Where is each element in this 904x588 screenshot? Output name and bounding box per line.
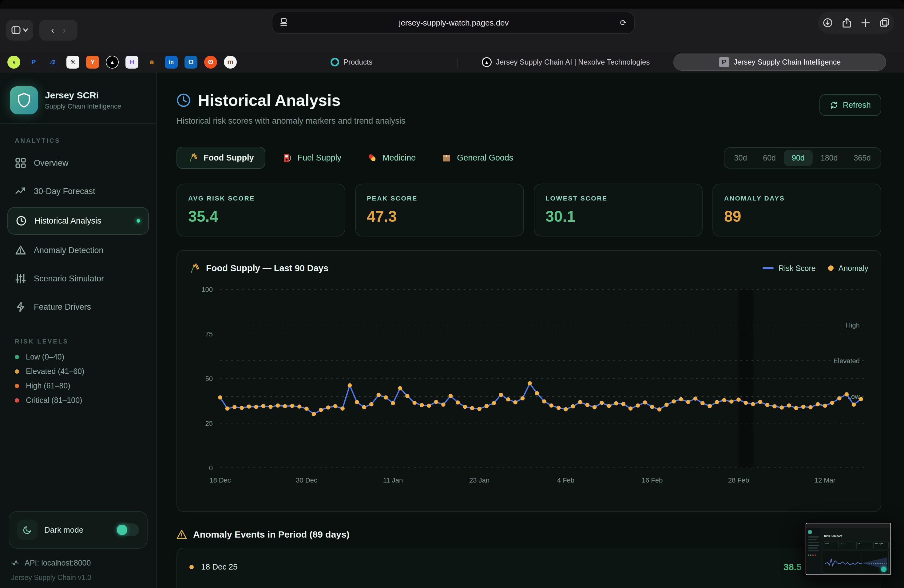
sidebar: Jersey SCRi Supply Chain Intelligence AN… [0, 73, 157, 588]
svg-text:50: 50 [205, 375, 213, 383]
anomaly-event-row[interactable]: 18 Dec 25 38.5 Anomaly [190, 559, 868, 575]
ycombinator-favicon[interactable]: Y [86, 56, 99, 69]
mastodon-favicon[interactable]: m [224, 56, 237, 69]
toggle-knob [117, 525, 127, 535]
sidebar-item-forecast[interactable]: 30-Day Forecast [7, 179, 149, 204]
nexolve-tab-icon: ▲ [482, 57, 492, 67]
svg-text:Elevated: Elevated [833, 357, 860, 365]
high-dot-icon [15, 384, 19, 388]
anomaly-dot-icon [190, 565, 194, 569]
bird-favicon[interactable]: ◖ [7, 56, 20, 69]
dark-mode-label: Dark mode [44, 525, 109, 535]
products-tab-icon [330, 58, 339, 66]
reddit-favicon[interactable]: ʘ [204, 56, 217, 69]
tab-nexolve[interactable]: ▲ Jersey Supply Chain AI | Nexolve Techn… [458, 57, 673, 67]
openai-favicon[interactable]: ✳ [66, 56, 79, 69]
risk-level-low: Low (0–40) [15, 352, 141, 361]
tab-label: Jersey Supply Chain AI | Nexolve Technol… [496, 58, 650, 66]
range-180d[interactable]: 180d [813, 150, 846, 166]
stat-label: PEAK SCORE [367, 194, 512, 202]
range-60d[interactable]: 60d [755, 150, 784, 166]
window-top-strip [0, 0, 904, 9]
analytics-bars-favicon[interactable]: ılı [145, 56, 158, 69]
chart-header: Food Supply — Last 90 Days Risk Score An… [190, 263, 868, 273]
back-button[interactable]: ‹ [51, 25, 54, 35]
risk-level-critical: Critical (81–100) [15, 396, 141, 405]
sidebar-item-feature-drivers[interactable]: Feature Drivers [7, 294, 149, 319]
app-content: Jersey SCRi Supply Chain Intelligence AN… [0, 73, 904, 588]
downloads-icon[interactable] [823, 18, 832, 27]
sidebar-item-label: Historical Analysis [35, 216, 101, 226]
sidebar-item-scenario-simulator[interactable]: Scenario Simulator [7, 266, 149, 291]
page-header: Historical Analysis Historical risk scor… [177, 91, 881, 126]
svg-text:11 Jan: 11 Jan [383, 476, 403, 484]
forward-button[interactable]: › [63, 25, 66, 35]
package-icon [441, 153, 451, 163]
linkedin-favicon[interactable]: in [165, 56, 178, 69]
risk-level-label: High (61–80) [26, 381, 70, 390]
sliders-icon [15, 273, 26, 284]
risk-level-label: Low (0–40) [26, 352, 64, 361]
svg-text:23 Jan: 23 Jan [469, 476, 490, 484]
trend-up-icon [15, 186, 26, 196]
share-icon[interactable] [842, 18, 851, 28]
bolt-favicon[interactable]: ⁄1 [47, 56, 60, 69]
activity-icon [11, 559, 19, 567]
refresh-button[interactable]: Refresh [819, 94, 881, 116]
line-swatch-icon [763, 267, 774, 269]
stat-lowest-score: LOWEST SCORE 30.1 [534, 183, 703, 237]
page-title: Historical Analysis [198, 91, 340, 109]
new-tab-icon[interactable] [861, 19, 870, 27]
category-food-supply[interactable]: Food Supply [177, 147, 266, 169]
tab-overview-icon[interactable] [880, 18, 889, 27]
svg-text:18 Dec: 18 Dec [209, 476, 231, 484]
range-90d[interactable]: 90d [784, 150, 813, 166]
vercel-favicon[interactable]: ▲ [106, 56, 119, 69]
sidebar-toggle-button[interactable] [6, 20, 33, 41]
stat-peak-score: PEAK SCORE 47.3 [355, 183, 524, 237]
low-dot-icon [15, 355, 19, 359]
chart-plot-area[interactable]: 0255075100HighElevatedLow18 Dec30 Dec11 … [190, 283, 868, 490]
main-panel: Historical Analysis Historical risk scor… [157, 73, 904, 588]
sidebar-footer: Dark mode API: localhost:8000 Jersey Sup… [9, 511, 148, 582]
sidebar-nav: Overview 30-Day Forecast Historical Anal… [0, 150, 156, 319]
elevated-dot-icon [15, 369, 19, 374]
category-fuel-supply[interactable]: Fuel Supply [274, 147, 350, 168]
pip-mini-main: Risk Forecast 31.9 31.2 -0.7 ±11.7 pts [821, 528, 890, 575]
analytics-section-label: ANALYTICS [0, 132, 156, 150]
pip-thumbnail-window[interactable]: Risk Forecast 31.9 31.2 -0.7 ±11.7 pts [803, 520, 893, 577]
category-medicine[interactable]: Medicine [359, 147, 424, 168]
refresh-label: Refresh [843, 100, 871, 110]
tab-products[interactable]: Products [245, 58, 458, 66]
paypal-favicon[interactable]: P [27, 56, 40, 69]
moon-icon [17, 520, 38, 540]
anomaly-section-title: Anomaly Events in Period (89 days) [193, 529, 349, 540]
stat-value: 47.3 [367, 207, 512, 225]
sidebar-item-label: Scenario Simulator [34, 274, 104, 283]
reload-icon[interactable]: ⟳ [620, 18, 627, 28]
range-365d[interactable]: 365d [846, 150, 879, 166]
sidebar-item-label: Anomaly Detection [34, 246, 104, 255]
sidebar-item-label: 30-Day Forecast [34, 187, 95, 196]
category-general-goods[interactable]: General Goods [433, 147, 522, 168]
stat-cards: AVG RISK SCORE 35.4 PEAK SCORE 47.3 LOWE… [177, 183, 881, 237]
reader-icon[interactable] [280, 18, 288, 28]
app-logo-row: Jersey SCRi Supply Chain Intelligence [0, 73, 156, 123]
outlook-favicon[interactable]: O [185, 56, 198, 69]
wheat-icon [190, 263, 200, 273]
toolbar-right-group [818, 12, 894, 34]
sidebar-item-anomaly-detection[interactable]: Anomaly Detection [7, 238, 149, 263]
range-30d[interactable]: 30d [726, 150, 755, 166]
app-name: Jersey SCRi [45, 90, 121, 101]
dark-mode-toggle[interactable] [115, 523, 139, 536]
svg-text:Risk Forecast: Risk Forecast [824, 534, 842, 537]
sidebar-item-overview[interactable]: Overview [7, 150, 149, 175]
address-bar[interactable]: jersey-supply-watch.pages.dev ⟳ [272, 12, 635, 34]
category-label: General Goods [457, 153, 513, 163]
active-indicator-dot [136, 219, 140, 223]
time-range-selector: 30d 60d 90d 180d 365d [724, 147, 881, 169]
risk-level-elevated: Elevated (41–60) [15, 367, 141, 376]
tab-jersey-active[interactable]: P Jersey Supply Chain Intelligence [673, 54, 886, 71]
h-logo-favicon[interactable]: H [125, 56, 138, 69]
sidebar-item-historical-analysis[interactable]: Historical Analysis [7, 207, 149, 235]
